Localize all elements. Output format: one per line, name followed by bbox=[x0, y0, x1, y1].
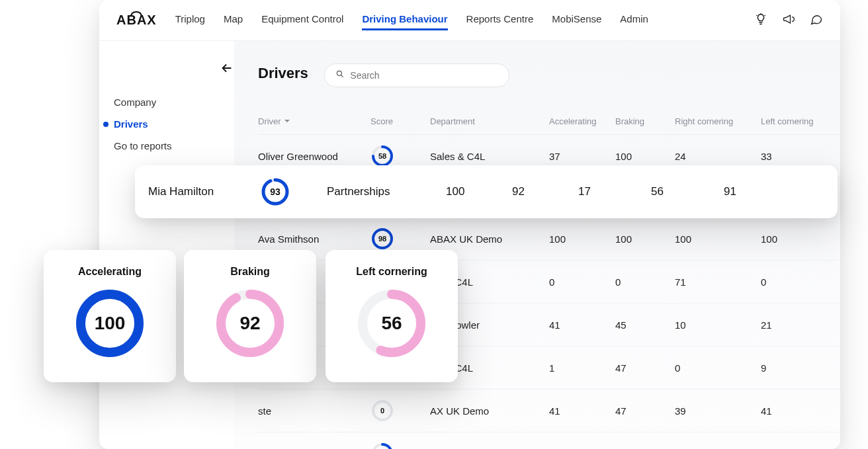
nav-tab-triplog[interactable]: Triplog bbox=[175, 11, 205, 30]
hl-right: 17 bbox=[578, 185, 651, 198]
hl-driver: Mia Hamilton bbox=[148, 185, 261, 198]
cell-driver: ste bbox=[258, 405, 370, 417]
cell-right: 10 bbox=[675, 319, 761, 331]
cell-left: 41 bbox=[761, 405, 840, 417]
kpi-accelerating: Accelerating 100 bbox=[44, 250, 176, 382]
megaphone-icon[interactable] bbox=[782, 13, 795, 28]
cell-right: 0 bbox=[675, 362, 761, 374]
chevron-down-icon bbox=[284, 116, 290, 126]
kpi-braking: Braking 92 bbox=[184, 250, 316, 382]
cell-left: 33 bbox=[761, 151, 840, 162]
kpi-accel-label: Accelerating bbox=[50, 266, 169, 278]
cell-right: 71 bbox=[675, 276, 761, 288]
kpi-brake-ring: 92 bbox=[214, 287, 286, 360]
lightbulb-icon[interactable] bbox=[754, 13, 767, 28]
back-arrow-icon[interactable] bbox=[220, 61, 234, 78]
cell-accelerating: 100 bbox=[549, 233, 615, 245]
cell-driver: Oliver Greenwood bbox=[258, 151, 370, 162]
hl-extra: 91 bbox=[724, 185, 783, 198]
cell-department: ABAX UK Demo bbox=[430, 233, 549, 245]
cell-braking: 0 bbox=[615, 276, 675, 288]
table-row[interactable]: ste0AX UK Demo41473941 bbox=[258, 389, 840, 432]
cell-score: 20 bbox=[370, 442, 430, 449]
sidebar-item-drivers[interactable]: Drivers bbox=[114, 113, 234, 135]
nav-tab-admin[interactable]: Admin bbox=[620, 11, 648, 30]
cell-left: 9 bbox=[761, 362, 840, 374]
col-department[interactable]: Department bbox=[430, 116, 549, 126]
table-row[interactable]: DY18HLG20ABAX UK Demo104665 bbox=[258, 432, 840, 449]
search-input[interactable] bbox=[350, 70, 498, 81]
nav-tab-driving-behaviour[interactable]: Driving Behaviour bbox=[362, 11, 447, 30]
col-score[interactable]: Score bbox=[370, 116, 430, 126]
nav-tabs: Triplog Map Equipment Control Driving Be… bbox=[175, 11, 748, 30]
cell-left: 0 bbox=[761, 276, 840, 288]
col-braking[interactable]: Braking bbox=[615, 116, 675, 126]
hl-braking: 92 bbox=[512, 185, 578, 198]
col-driver[interactable]: Driver bbox=[258, 116, 370, 126]
cell-braking: 47 bbox=[615, 362, 675, 374]
sidebar-item-company[interactable]: Company bbox=[114, 91, 234, 113]
cell-right: 100 bbox=[675, 233, 761, 245]
kpi-left-label: Left cornering bbox=[332, 266, 451, 278]
search-icon bbox=[335, 69, 350, 81]
hl-left: 56 bbox=[651, 185, 724, 198]
cell-braking: 100 bbox=[615, 233, 675, 245]
nav-tab-equipment[interactable]: Equipment Control bbox=[261, 11, 343, 30]
highlighted-row[interactable]: Mia Hamilton 93 Partnerships 100 92 17 5… bbox=[135, 165, 838, 218]
search-box[interactable] bbox=[324, 63, 509, 87]
cell-right: 39 bbox=[675, 405, 761, 417]
col-left-cornering[interactable]: Left cornering bbox=[761, 116, 840, 126]
cell-right: 24 bbox=[675, 151, 761, 162]
nav-tab-reports-centre[interactable]: Reports Centre bbox=[466, 11, 534, 30]
kpi-accel-ring: 100 bbox=[73, 287, 146, 360]
cell-department: Sales & C4L bbox=[430, 151, 549, 162]
cell-accelerating: 37 bbox=[549, 151, 615, 162]
cell-department: AX UK Demo bbox=[430, 405, 549, 417]
logo: ABAX bbox=[116, 13, 157, 28]
cell-accelerating: 0 bbox=[549, 276, 615, 288]
cell-driver: Ava Smithson bbox=[258, 233, 370, 245]
col-accelerating[interactable]: Accelerating bbox=[549, 116, 615, 126]
hl-department: Partnerships bbox=[327, 185, 446, 198]
cell-accelerating: 41 bbox=[549, 319, 615, 331]
sidebar-item-go-to-reports[interactable]: Go to reports bbox=[114, 135, 234, 157]
cell-left: 100 bbox=[761, 233, 840, 245]
cell-braking: 45 bbox=[615, 319, 675, 331]
top-nav: ABAX Triplog Map Equipment Control Drivi… bbox=[99, 0, 840, 41]
col-right-cornering[interactable]: Right cornering bbox=[675, 116, 761, 126]
svg-point-0 bbox=[337, 71, 342, 75]
cell-accelerating: 1 bbox=[549, 362, 615, 374]
main-content: Drivers Driver Score Department Accelera… bbox=[234, 41, 840, 449]
cell-score: 0 bbox=[370, 399, 430, 423]
page-title: Drivers bbox=[258, 65, 308, 82]
nav-tab-map[interactable]: Map bbox=[224, 11, 243, 30]
kpi-left-cornering: Left cornering 56 bbox=[326, 250, 458, 382]
cell-left: 21 bbox=[761, 319, 840, 331]
kpi-left-ring: 56 bbox=[355, 287, 428, 360]
nav-tab-mobisense[interactable]: MobiSense bbox=[552, 11, 601, 30]
cell-accelerating: 41 bbox=[549, 405, 615, 417]
chat-icon[interactable] bbox=[810, 13, 823, 28]
kpi-brake-label: Braking bbox=[191, 266, 310, 278]
hl-score-ring: 93 bbox=[261, 177, 290, 206]
sidebar: Company Drivers Go to reports bbox=[99, 41, 234, 449]
cell-score: 58 bbox=[370, 144, 430, 168]
hl-accelerating: 100 bbox=[446, 185, 512, 198]
cell-score: 98 bbox=[370, 227, 430, 251]
cell-braking: 47 bbox=[615, 405, 675, 417]
cell-braking: 100 bbox=[615, 151, 675, 162]
body-area: Company Drivers Go to reports Drivers Dr… bbox=[99, 41, 840, 449]
table-header: Driver Score Department Accelerating Bra… bbox=[258, 107, 840, 135]
nav-icons bbox=[754, 13, 823, 28]
